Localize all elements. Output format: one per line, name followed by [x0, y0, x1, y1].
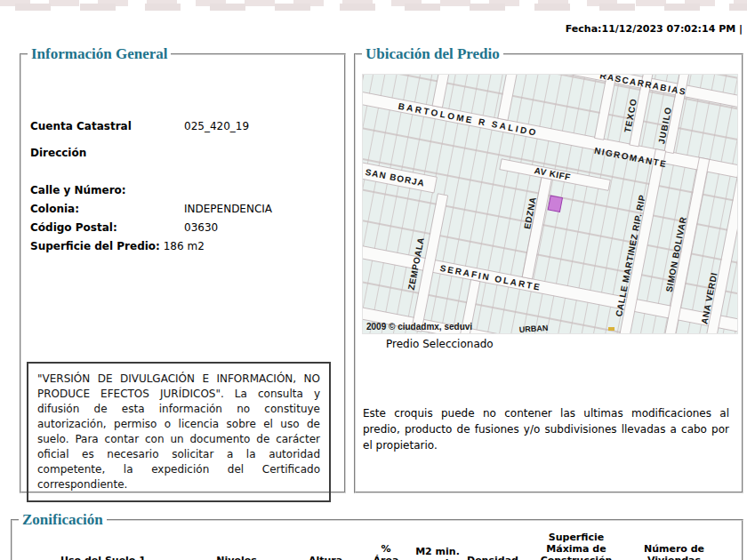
legal-disclaimer-box: "VERSIÓN DE DIVULGACIÓN E INFORMACIÓN, N…: [27, 362, 331, 502]
field-codigo-postal: Código Postal: 03630: [30, 221, 117, 234]
croquis-note: Este croquis puede no contener las ultim…: [363, 405, 729, 453]
banner-row-2: [0, 4, 747, 11]
colonia-value: INDEPENDENCIA: [184, 203, 272, 215]
field-superficie-predio: Superficie del Predio: 186 m2: [30, 240, 205, 252]
seduvi-report-page: { "theme": { "legend_color": "#1e738c", …: [0, 0, 747, 560]
panel-zonificacion: Zonificación Uso del Suelo 1 Niveles Alt…: [11, 519, 743, 560]
map-attribution: 2009 © ciudadmx, seduvi: [366, 322, 472, 332]
field-direccion: Dirección: [30, 147, 86, 159]
panel-ubicacion-predio: Ubicación del Predio: [354, 53, 743, 493]
cuenta-catastral-value: 025_420_19: [184, 120, 249, 132]
field-colonia: Colonia: INDEPENDENCIA: [30, 203, 79, 215]
date-stamp: Fecha:11/12/2023 07:02:14 PM |: [566, 23, 743, 35]
superficie-predio-value: 186 m2: [164, 240, 205, 252]
panel-legend-informacion-general: Información General: [28, 45, 171, 63]
column-header-uso-del-suelo: Uso del Suelo 1: [23, 555, 183, 560]
codigo-postal-label: Código Postal:: [30, 221, 117, 234]
zonificacion-table-header: Uso del Suelo 1 Niveles Altura % Área M2…: [23, 532, 717, 560]
selected-parcel-highlight: [548, 196, 562, 212]
field-calle-numero: Calle y Número:: [30, 184, 126, 196]
map-watermark: URBAN: [518, 324, 548, 333]
panel-legend-ubicacion-predio: Ubicación del Predio: [362, 45, 503, 63]
colonia-label: Colonia:: [30, 203, 79, 215]
direccion-label: Dirección: [30, 147, 86, 159]
superficie-predio-label: Superficie del Predio:: [30, 240, 160, 252]
cadastral-map[interactable]: RASCARRABIAS BARTOLOME R SALIDO NIGROMAN…: [363, 75, 737, 333]
panel-informacion-general: Información General Cuenta Catastral 025…: [20, 53, 346, 493]
panel-legend-zonificacion: Zonificación: [19, 511, 107, 529]
column-header-densidad: Densidad: [464, 555, 521, 560]
cuenta-catastral-label: Cuenta Catastral: [30, 120, 132, 132]
column-header-altura: Altura: [290, 555, 361, 560]
column-header-numero-viviendas: Número de Viviendas: [631, 543, 717, 560]
column-header-porcentaje-area: % Área: [361, 543, 411, 560]
column-header-m2-min: M2 min. por viv.: [411, 546, 464, 560]
codigo-postal-value: 03630: [184, 221, 218, 234]
map-marker-fragment: [608, 327, 614, 331]
selected-parcel-label: Predio Seleccionado: [386, 338, 494, 350]
calle-numero-label: Calle y Número:: [30, 184, 126, 196]
top-banner-pattern: [0, 0, 747, 12]
field-cuenta-catastral: Cuenta Catastral 025_420_19: [30, 120, 132, 132]
column-header-superficie-maxima: Superficie Máxima de Construcción: [521, 532, 631, 560]
column-header-niveles: Niveles: [183, 555, 290, 560]
